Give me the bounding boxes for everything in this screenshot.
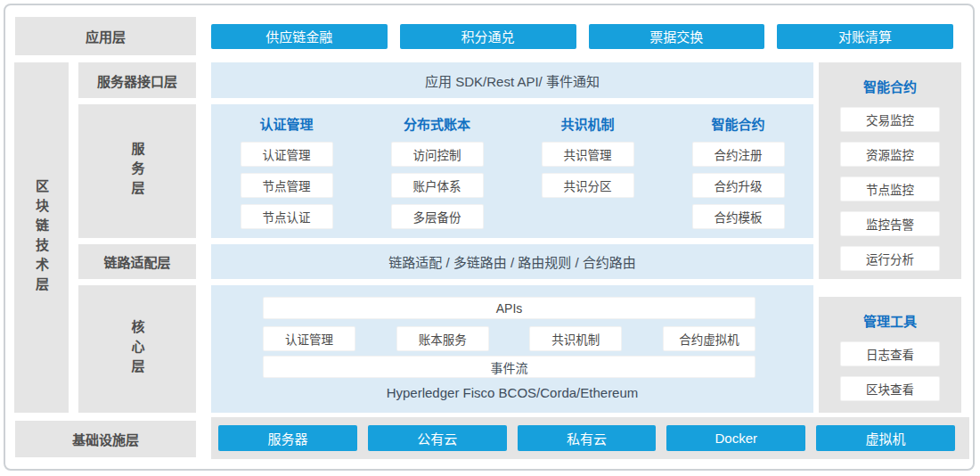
service-item-label: 共识管理: [564, 145, 612, 163]
service-item-label: 账户体系: [413, 176, 461, 194]
core-modules: 认证管理账本服务共识机制合约虚拟机: [263, 326, 755, 349]
panel-smart-contract-items: 交易监控资源监控节点监控监控告警运行分析: [840, 107, 940, 271]
platforms-text: Hyperledger Fisco BCOS/Corda/Ethereum: [211, 385, 813, 400]
layer-label-link-adaptation-text: 链路适配层: [103, 252, 170, 271]
service-item: 合约模板: [692, 204, 785, 229]
panel-smart-contract: 智能合约 交易监控资源监控节点监控监控告警运行分析: [819, 62, 961, 279]
service-item: 共识管理: [542, 142, 634, 167]
service-column-auth: 认证管理 认证管理节点管理节点认证: [211, 104, 362, 238]
panel-item: 日志查看: [840, 341, 940, 366]
service-item: 合约注册: [692, 142, 785, 167]
infrastructure-item-label: 私有云: [567, 429, 607, 447]
layer-label-server-interface: 服务器接口层: [78, 62, 196, 98]
panel-item: 区块查看: [840, 376, 940, 401]
application-item-label: 票据交换: [649, 27, 703, 45]
service-item: 认证管理: [241, 142, 333, 167]
service-item-label: 认证管理: [263, 145, 311, 163]
link-adaptation-bar: 链路适配 / 多链路由 / 路由规则 / 合约路由: [211, 244, 813, 279]
panel-item-label: 交易监控: [866, 111, 914, 128]
service-item-label: 合约模板: [715, 208, 763, 226]
service-column-smart-contract-items: 合约注册合约升级合约模板: [692, 142, 785, 229]
infrastructure-item: Docker: [666, 425, 805, 451]
infrastructure-item: 服务器: [218, 425, 357, 451]
core-module: 合约虚拟机: [663, 326, 755, 351]
service-column-consensus-title: 共识机制: [560, 116, 614, 134]
service-item: 节点认证: [241, 204, 333, 229]
link-adaptation-bar-text: 链路适配 / 多链路由 / 路由规则 / 合约路由: [388, 252, 636, 271]
panel-item-label: 资源监控: [866, 145, 914, 163]
application-item: 供应链金融: [211, 24, 388, 49]
infrastructure-item: 虚拟机: [816, 425, 955, 451]
application-item: 对账清算: [777, 24, 953, 49]
layer-label-service: 服务层: [78, 104, 196, 238]
infrastructure-item-label: 虚拟机: [866, 429, 906, 447]
core-module: 账本服务: [396, 326, 489, 351]
service-column-consensus-items: 共识管理共识分区: [542, 142, 634, 198]
service-item: 共识分区: [542, 173, 634, 198]
panel-management-tools-items: 日志查看区块查看: [840, 341, 940, 401]
application-item-label: 供应链金融: [265, 27, 332, 45]
event-stream-bar-text: 事件流: [491, 358, 528, 376]
service-column-smart-contract-title: 智能合约: [711, 116, 764, 134]
service-item-label: 共识分区: [564, 176, 612, 194]
layer-label-core: 核心层: [78, 285, 196, 413]
layer-label-application: 应用层: [15, 17, 196, 55]
service-item-label: 访问控制: [413, 145, 461, 163]
panel-item-label: 监控告警: [866, 215, 914, 233]
layer-label-infrastructure: 基础设施层: [15, 421, 196, 457]
layer-label-blockchain-tech: 区块链技术层: [14, 62, 69, 413]
layer-label-service-text: 服务层: [128, 142, 147, 201]
service-item: 账户体系: [391, 173, 484, 198]
infrastructure-item: 私有云: [518, 425, 657, 451]
service-layer-box: 认证管理 认证管理节点管理节点认证 分布式账本 访问控制账户体系多层备份 共识机…: [211, 104, 813, 238]
layer-label-blockchain-tech-text: 区块链技术层: [32, 179, 51, 297]
layer-label-link-adaptation: 链路适配层: [78, 244, 196, 279]
panel-smart-contract-title: 智能合约: [863, 77, 917, 95]
core-module: 认证管理: [263, 326, 355, 351]
core-module-label: 共识机制: [551, 330, 600, 348]
infrastructure-items: 服务器 公有云 私有云 Docker 虚拟机: [211, 417, 969, 459]
application-item: 积分通兑: [400, 24, 576, 49]
service-item-label: 合约注册: [715, 145, 763, 163]
service-column-consensus: 共识机制 共识管理共识分区: [512, 104, 663, 238]
core-layer-box: APIs 认证管理账本服务共识机制合约虚拟机 事件流 Hyperledger F…: [211, 285, 813, 413]
service-column-ledger-items: 访问控制账户体系多层备份: [391, 142, 484, 229]
layer-label-application-text: 应用层: [86, 27, 126, 45]
layer-label-server-interface-text: 服务器接口层: [97, 71, 177, 90]
application-item-label: 对账清算: [838, 27, 892, 45]
service-column-auth-items: 认证管理节点管理节点认证: [241, 142, 333, 229]
application-items: 供应链金融 积分通兑 票据交换 对账清算: [211, 17, 953, 55]
infrastructure-item: 公有云: [368, 425, 507, 451]
panel-item: 监控告警: [840, 211, 940, 236]
core-module-label: 账本服务: [419, 330, 467, 348]
panel-management-tools: 管理工具 日志查看区块查看: [819, 297, 961, 413]
panel-item-label: 日志查看: [866, 345, 914, 363]
infrastructure-item-label: 公有云: [417, 429, 457, 447]
service-column-smart-contract: 智能合约 合约注册合约升级合约模板: [663, 104, 813, 238]
panel-item: 资源监控: [840, 142, 940, 167]
service-column-auth-title: 认证管理: [259, 116, 313, 134]
layer-label-infrastructure-text: 基础设施层: [72, 430, 139, 448]
application-item-label: 积分通兑: [461, 27, 515, 45]
service-column-ledger-title: 分布式账本: [404, 116, 470, 134]
architecture-diagram: 应用层 供应链金融 积分通兑 票据交换 对账清算 区块链技术层 服务器接口层 服…: [0, 0, 980, 476]
core-module-label: 认证管理: [285, 330, 333, 348]
sdk-api-bar: 应用 SDK/Rest API/ 事件通知: [211, 62, 813, 98]
service-item: 合约升级: [692, 173, 785, 198]
service-item-label: 合约升级: [715, 176, 763, 194]
service-item: 多层备份: [391, 204, 484, 229]
service-column-ledger: 分布式账本 访问控制账户体系多层备份: [362, 104, 512, 238]
panel-item: 运行分析: [840, 246, 940, 271]
core-module: 共识机制: [529, 326, 622, 351]
apis-bar: APIs: [263, 297, 755, 319]
panel-item-label: 区块查看: [866, 380, 914, 398]
panel-item: 节点监控: [840, 176, 940, 201]
sdk-api-bar-text: 应用 SDK/Rest API/ 事件通知: [425, 71, 600, 90]
service-item-label: 多层备份: [413, 208, 461, 226]
panel-item-label: 运行分析: [866, 250, 914, 267]
infrastructure-item-label: Docker: [715, 431, 758, 446]
panel-item: 交易监控: [840, 107, 940, 132]
event-stream-bar: 事件流: [263, 356, 755, 378]
core-module-label: 合约虚拟机: [679, 330, 739, 348]
service-item-label: 节点管理: [263, 176, 311, 194]
